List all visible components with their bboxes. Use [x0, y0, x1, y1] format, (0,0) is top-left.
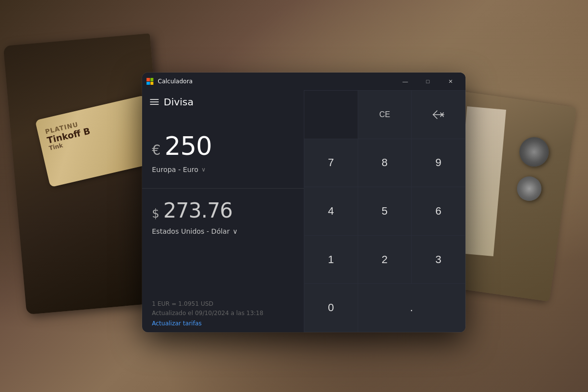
title-bar: Calculadora — □ ✕: [142, 73, 466, 90]
updated-text: Actualizado el 09/10/2024 a las 13:18: [152, 310, 263, 317]
left-panel: Divisa € 250 Europa - Euro ∨ $ 273.76: [142, 90, 304, 332]
to-currency-label: Estados Unidos - Dólar: [152, 227, 230, 235]
from-currency-selector[interactable]: Europa - Euro ∨: [152, 166, 294, 173]
mode-title: Divisa: [164, 96, 194, 108]
header-bar: Divisa: [142, 90, 304, 112]
window-title: Calculadora: [158, 78, 193, 85]
from-currency-panel: € 250 Europa - Euro ∨: [142, 112, 304, 178]
from-symbol: €: [152, 142, 161, 158]
btn-4[interactable]: 4: [304, 187, 358, 235]
from-currency-label: Europa - Euro: [152, 166, 198, 173]
btn-1[interactable]: 1: [304, 236, 358, 284]
btn-5[interactable]: 5: [358, 187, 412, 235]
divider: [142, 188, 304, 189]
btn-6[interactable]: 6: [412, 187, 465, 235]
to-amount-display: $ 273.76: [152, 198, 294, 222]
to-currency-selector[interactable]: Estados Unidos - Dólar ∨: [152, 227, 294, 235]
calculator-window: Calculadora — □ ✕ Divisa € 250: [142, 73, 466, 332]
numpad: CE 7 8 9 4 5 6 1 2 3 0 .: [304, 90, 466, 332]
calc-body: Divisa € 250 Europa - Euro ∨ $ 273.76: [142, 90, 466, 332]
btn-8[interactable]: 8: [358, 139, 412, 187]
app-icon: [146, 77, 154, 85]
bolt-2: [517, 176, 541, 201]
from-chevron-icon: ∨: [201, 166, 206, 173]
btn-2[interactable]: 2: [358, 236, 412, 284]
card: PLATINU Tinkoff B Tink: [35, 95, 160, 187]
btn-0[interactable]: 0: [304, 284, 358, 332]
btn-7[interactable]: 7: [304, 139, 358, 187]
to-currency-panel: $ 273.76 Estados Unidos - Dólar ∨: [142, 198, 304, 240]
maximize-button[interactable]: □: [416, 74, 439, 89]
to-chevron-icon: ∨: [233, 227, 238, 235]
btn-dot[interactable]: .: [358, 284, 465, 332]
backspace-button[interactable]: [412, 91, 465, 139]
btn-3[interactable]: 3: [412, 236, 465, 284]
btn-9[interactable]: 9: [412, 139, 465, 187]
update-link[interactable]: Actualizar tarifas: [152, 320, 201, 327]
empty-top-left: [304, 91, 358, 139]
to-symbol: $: [152, 207, 159, 220]
rate-value: 1 EUR = 1.0951 USD: [152, 300, 213, 307]
menu-button[interactable]: [150, 99, 159, 105]
title-bar-left: Calculadora: [146, 77, 193, 85]
from-amount-display: € 250: [152, 131, 294, 161]
minimize-button[interactable]: —: [394, 74, 416, 89]
rate-text: 1 EUR = 1.0951 USD Actualizado el 09/10/…: [152, 299, 294, 318]
rate-info: 1 EUR = 1.0951 USD Actualizado el 09/10/…: [142, 290, 304, 332]
close-button[interactable]: ✕: [439, 74, 462, 89]
window-controls: — □ ✕: [394, 74, 462, 89]
to-value: 273.76: [163, 198, 232, 222]
bolt-1: [519, 137, 549, 167]
from-value: 250: [165, 131, 212, 161]
ce-button[interactable]: CE: [358, 91, 412, 139]
